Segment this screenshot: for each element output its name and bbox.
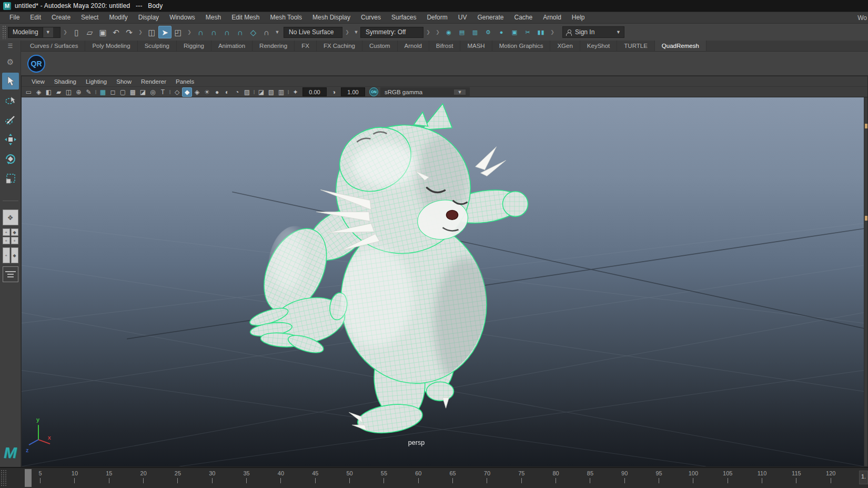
shelf-tab[interactable]: FX	[295, 41, 317, 51]
select-by-component-icon[interactable]: ◰	[171, 26, 185, 38]
dock-tab-icon[interactable]	[865, 216, 867, 221]
chevron-down-icon[interactable]: ▼	[43, 27, 53, 37]
menu-item[interactable]: Edit	[25, 12, 46, 23]
menu-item[interactable]: Deform	[421, 12, 452, 23]
panel-menu-item[interactable]: View	[27, 78, 49, 85]
joints-xray-icon[interactable]: ▥	[276, 87, 286, 97]
shelf-tab[interactable]: Sculpting	[138, 41, 177, 51]
menu-item[interactable]: Surfaces	[386, 12, 421, 23]
shelf-tab[interactable]: Rigging	[177, 41, 211, 51]
quad-remesh-shelf-button[interactable]: QR	[27, 55, 45, 73]
menu-item[interactable]: Create	[46, 12, 76, 23]
group-divider[interactable]	[549, 26, 556, 38]
undo-icon[interactable]: ↶	[109, 26, 123, 38]
xray-icon[interactable]: ▧	[266, 87, 276, 97]
panel-menu-item[interactable]: Lighting	[81, 78, 112, 85]
color-management-on-icon[interactable]: ON	[369, 87, 378, 96]
shelf-tab[interactable]: Motion Graphics	[492, 41, 551, 51]
menu-item[interactable]: Help	[567, 12, 590, 23]
panel-menu-item[interactable]: Panels	[171, 78, 199, 85]
save-scene-icon[interactable]: ▣	[96, 26, 109, 38]
make-live-icon[interactable]: ◇	[247, 26, 260, 38]
snap-to-curve-icon[interactable]: ∩	[207, 26, 220, 38]
panel-menu-item[interactable]: Shading	[49, 78, 81, 85]
snap-to-view-plane-icon[interactable]: ∩	[260, 26, 273, 38]
render-view-icon[interactable]: ◉	[442, 26, 456, 38]
gear-icon[interactable]: ⚙	[7, 57, 14, 70]
gamma-field[interactable]: 1.00	[341, 87, 365, 96]
view-transform-dropdown[interactable]: sRGB gamma ▼	[380, 87, 470, 96]
redo-icon[interactable]: ↷	[123, 26, 136, 38]
exposure-icon[interactable]: ✦	[290, 87, 300, 97]
two-pane-layout-button[interactable]: + ◆	[3, 247, 18, 263]
shelf-tab[interactable]: TURTLE	[617, 41, 655, 51]
statusline-grip[interactable]	[2, 25, 7, 39]
group-divider[interactable]	[137, 26, 144, 38]
multisample-icon[interactable]: ▨	[242, 87, 252, 97]
ipr-render-icon[interactable]: ▥	[469, 26, 482, 38]
shelf-tab[interactable]: Custom	[362, 41, 398, 51]
snap-to-grid-icon[interactable]: ∩	[194, 26, 207, 38]
menu-item[interactable]: Display	[133, 12, 164, 23]
select-camera-icon[interactable]: ▭	[24, 87, 34, 97]
render-current-frame-icon[interactable]: ▤	[456, 26, 469, 38]
motion-blur-icon[interactable]: ◔	[232, 87, 242, 97]
live-surface-field[interactable]: No Live Surface	[284, 27, 342, 38]
move-tool-button[interactable]	[2, 131, 19, 148]
safe-action-icon[interactable]: ◎	[148, 87, 158, 97]
pause-icon[interactable]: ▮▮	[534, 26, 548, 38]
light-editor-icon[interactable]: ▣	[508, 26, 521, 38]
group-divider[interactable]	[62, 26, 68, 38]
viewport-3d[interactable]: y x z persp	[22, 97, 864, 466]
use-all-lights-icon[interactable]: ☀	[202, 87, 212, 97]
menu-item[interactable]: Mesh Tools	[265, 12, 307, 23]
menu-item[interactable]: Generate	[472, 12, 509, 23]
greasepencil-icon[interactable]: ✎	[84, 87, 94, 97]
menu-item[interactable]: Modify	[104, 12, 133, 23]
menu-item[interactable]: Cache	[509, 12, 538, 23]
group-divider[interactable]	[435, 26, 441, 38]
shelf-tab[interactable]: QuadRemesh	[655, 41, 706, 51]
isolate-select-icon[interactable]: ◪	[256, 87, 266, 97]
textured-mode-icon[interactable]: ◈	[192, 87, 202, 97]
shelf-tab[interactable]: XGen	[550, 41, 580, 51]
image-plane-icon[interactable]: ◫	[64, 87, 74, 97]
menu-item[interactable]: UV	[453, 12, 472, 23]
exposure-field[interactable]: 0.00	[302, 87, 327, 96]
field-chart-icon[interactable]: ◪	[138, 87, 148, 97]
menu-item[interactable]: Mesh Display	[307, 12, 356, 23]
menu-item[interactable]: Windows	[164, 12, 200, 23]
four-pane-layout-button[interactable]: +◆ ++	[3, 228, 18, 244]
node-editor-icon[interactable]: ✂	[521, 26, 534, 38]
menu-item[interactable]: Curves	[356, 12, 386, 23]
shelf-tab[interactable]: Animation	[211, 41, 253, 51]
group-divider[interactable]	[425, 26, 431, 38]
menu-item[interactable]: Edit Mesh	[226, 12, 265, 23]
safe-title-icon[interactable]: T	[158, 87, 168, 97]
outliner-layout-button[interactable]	[3, 266, 18, 282]
scale-tool-button[interactable]	[2, 170, 19, 187]
bookmark-icon[interactable]: ▰	[54, 87, 64, 97]
grid-icon[interactable]: ▦	[98, 87, 108, 97]
group-divider[interactable]	[186, 26, 193, 38]
shelf-tab[interactable]: FX Caching	[317, 41, 362, 51]
timeslider-grip[interactable]	[1, 470, 7, 486]
shelf-tab[interactable]: Bifrost	[429, 41, 461, 51]
frame-ruler[interactable]: 5 10 15 20 25 30 35	[7, 468, 857, 488]
menu-item[interactable]: Select	[76, 12, 104, 23]
occlusion-icon[interactable]: ◐	[222, 87, 232, 97]
chevron-down-icon[interactable]: ▼	[352, 27, 360, 38]
current-frame-field[interactable]: 1.	[859, 471, 868, 484]
panel-menu-item[interactable]: Renderer	[136, 78, 171, 85]
dock-tab-icon[interactable]	[865, 124, 867, 128]
lock-camera-icon[interactable]: ◈	[34, 87, 44, 97]
shelf-tab[interactable]: Rendering	[253, 41, 295, 51]
lasso-tool-button[interactable]	[2, 92, 19, 109]
shelf-tab[interactable]: Arnold	[398, 41, 429, 51]
rotate-tool-button[interactable]	[2, 151, 19, 167]
resolution-gate-icon[interactable]: ▢	[118, 87, 128, 97]
hypershade-icon[interactable]: ●	[495, 26, 508, 38]
chevron-down-icon[interactable]: ▼	[273, 27, 281, 38]
film-gate-icon[interactable]: ◻	[108, 87, 118, 97]
snap-to-projected-center-icon[interactable]: ∩	[234, 26, 247, 38]
